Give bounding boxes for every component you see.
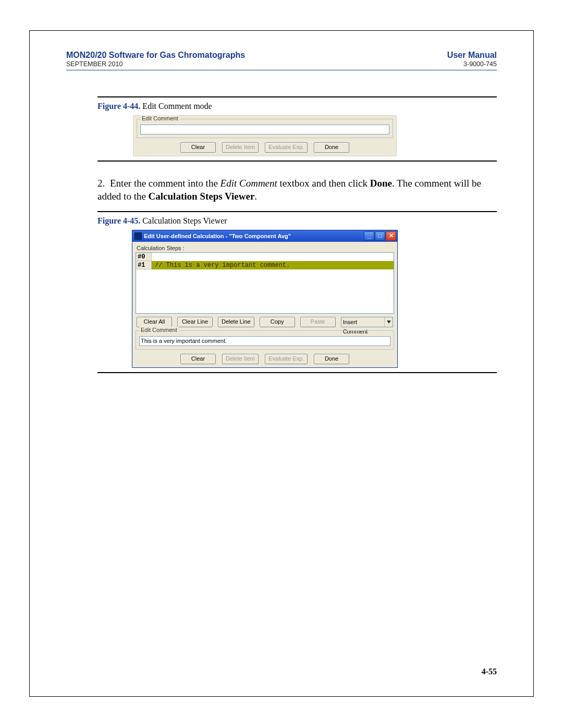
fig45-caption: Figure 4-45. Calculation Steps Viewer (97, 216, 497, 226)
hr-above-fig45 (97, 211, 497, 212)
step-number: 2. (97, 177, 110, 190)
fig45-caption-text: Calculation Steps Viewer (142, 216, 227, 225)
step-2-paragraph: 2.Enter the comment into the Edit Commen… (97, 177, 497, 203)
edit-comment-legend: Edit Comment (140, 115, 180, 121)
fig44-caption-text: Edit Comment mode (142, 102, 212, 110)
step-text-1: // This is a very important comment. (152, 261, 394, 269)
body-t3: textbox and then click (277, 178, 370, 189)
clear-button[interactable]: Clear (180, 142, 216, 153)
body-edit-comment-ref: Edit Comment (221, 178, 277, 189)
step-idx-1: #1 (136, 261, 152, 269)
header-doc-number: 3-9000-745 (447, 60, 497, 68)
hr-below-fig45 (97, 372, 497, 373)
step-row-1[interactable]: #1 // This is a very important comment. (136, 261, 394, 269)
header-title-left: MON20/20 Software for Gas Chromatographs (66, 51, 245, 60)
fig45-label: Figure 4-45. (97, 216, 140, 225)
window-body: Calculation Steps : #0 #1 // This is a v… (132, 242, 397, 367)
edit-comment-input[interactable] (140, 125, 389, 134)
page-content: Figure 4-44. Edit Comment mode Edit Comm… (66, 71, 497, 373)
fig44-caption: Figure 4-44. Edit Comment mode (97, 102, 497, 111)
clear-button-2[interactable]: Clear (180, 354, 216, 364)
step-row-0[interactable]: #0 (136, 253, 394, 261)
copy-button[interactable]: Copy (260, 317, 295, 327)
dropdown-value: Insert Comment (341, 317, 384, 327)
body-t1: Enter the comment into the (110, 178, 221, 189)
svg-marker-0 (387, 320, 391, 324)
app-icon (134, 232, 142, 240)
window-titlebar[interactable]: Edit User-defined Calculation - "Two Com… (132, 230, 397, 242)
insert-type-dropdown[interactable]: Insert Comment (341, 317, 393, 327)
step-text-0 (152, 253, 394, 261)
paste-button[interactable]: Paste (300, 317, 336, 327)
body-calc-viewer-ref: Calculation Steps Viewer (149, 191, 255, 202)
clear-all-button[interactable]: Clear All (137, 317, 172, 327)
header-title-right: User Manual (447, 51, 497, 60)
minimize-button[interactable]: _ (364, 231, 374, 241)
calc-steps-window: Edit User-defined Calculation - "Two Com… (132, 230, 398, 368)
done-button[interactable]: Done (314, 142, 349, 153)
chevron-down-icon[interactable] (384, 317, 393, 327)
calc-steps-label: Calculation Steps : (137, 245, 394, 251)
maximize-button[interactable]: □ (375, 231, 385, 241)
doc-header: MON20/20 Software for Gas Chromatographs… (66, 51, 497, 70)
body-done-ref: Done (370, 178, 392, 189)
fig44-label: Figure 4-44. (97, 102, 140, 110)
done-button-2[interactable]: Done (314, 354, 349, 364)
edit-comment-group-2: Edit Comment This is a very important co… (136, 330, 394, 350)
delete-line-button[interactable]: Delete Line (218, 317, 254, 327)
hr-above-fig44 (97, 96, 497, 97)
delete-item-button[interactable]: Delete Item (222, 142, 259, 153)
window-title: Edit User-defined Calculation - "Two Com… (144, 233, 364, 239)
delete-item-button-2[interactable]: Delete Item (222, 354, 259, 364)
edit-comment-group: Edit Comment (137, 119, 393, 138)
header-date: SEPTEMBER 2010 (66, 60, 245, 68)
edit-comment-input-2[interactable]: This is a very important comment. (139, 336, 390, 346)
calc-steps-viewer[interactable]: #0 #1 // This is a very important commen… (136, 252, 394, 314)
clear-line-button[interactable]: Clear Line (177, 317, 213, 327)
page-number: 4-55 (482, 667, 497, 676)
edit-comment-legend-2: Edit Comment (139, 327, 179, 333)
page-frame: MON20/20 Software for Gas Chromatographs… (29, 30, 534, 697)
close-button[interactable]: ✕ (386, 231, 396, 241)
hr-below-fig44 (97, 161, 497, 162)
edit-comment-panel: Edit Comment Clear Delete Item Evaluate … (133, 115, 397, 156)
step-idx-0: #0 (136, 253, 152, 261)
body-t7: . (254, 191, 257, 202)
evaluate-exp-button-2[interactable]: Evaluate Exp. (265, 354, 308, 364)
evaluate-exp-button[interactable]: Evaluate Exp. (265, 142, 308, 153)
